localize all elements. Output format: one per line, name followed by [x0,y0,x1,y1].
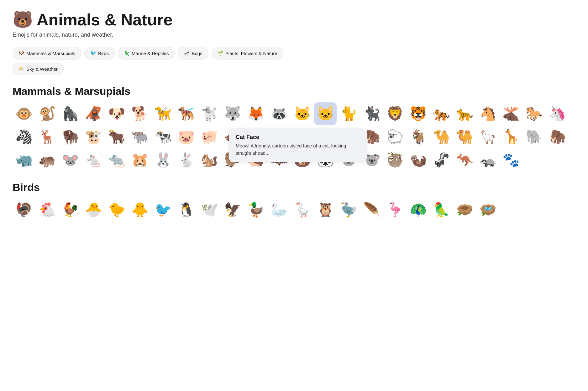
emoji-parrot[interactable]: 🦜 [430,198,453,221]
emoji-cat[interactable]: 🐈 [337,102,360,125]
emoji-monkey-face[interactable]: 🐵 [13,102,35,125]
tab-mammals[interactable]: 🐶 Mammals & Marsupials [13,47,81,59]
emoji-pig-face[interactable]: 🐷 [175,126,197,148]
emoji-cat-face[interactable]: 🐱 [291,102,313,125]
tab-marine[interactable]: 🦎 Marine & Reptiles [118,47,175,59]
emoji-paw-prints[interactable]: 🐾 [500,149,522,171]
tab-bugs[interactable]: 🦟 Bugs [178,47,208,59]
emoji-sheep[interactable]: 🐑 [384,126,406,148]
tab-marine-emoji: 🦎 [124,50,130,56]
emoji-dove[interactable]: 🕊️ [198,198,221,221]
tooltip-title: Cat Face [236,134,360,141]
tooltip-popup: Cat Face Meow! A friendly, cartoon-style… [229,128,367,162]
tab-plants[interactable]: 🌱 Plants, Flowers & Nature [212,47,283,59]
emoji-swan[interactable]: 🦢 [268,198,290,221]
emoji-baby-chick[interactable]: 🐤 [105,198,128,221]
tab-plants-label: Plants, Flowers & Nature [225,51,277,56]
emoji-nest-with-eggs[interactable]: 🪺 [476,198,499,221]
emoji-tiger[interactable]: 🐅 [430,102,453,125]
emoji-rooster[interactable]: 🐓 [59,198,81,221]
emoji-tiger-face[interactable]: 🐯 [407,102,429,125]
emoji-horse-face[interactable]: 🐴 [476,102,499,125]
emoji-mammoth2[interactable]: 🦣 [546,126,569,148]
emoji-duck[interactable]: 🦆 [244,198,267,221]
emoji-grid-birds: 🦃 🐔 🐓 🐣 🐤 🐥 🐦 🐧 🕊️ 🦅 🦆 🦢 🪿 🦉 🦤 🪶 🦩 🦚 🦜 🪹… [13,198,575,221]
emoji-elephant[interactable]: 🐘 [523,126,545,148]
emoji-cow[interactable]: 🐄 [152,126,174,148]
emoji-badger[interactable]: 🦡 [476,149,499,171]
emoji-poodle[interactable]: 🐩 [198,102,221,125]
emoji-water-buffalo[interactable]: 🐃 [129,126,151,148]
emoji-rabbit-face[interactable]: 🐰 [152,149,174,171]
emoji-hamster[interactable]: 🐹 [129,149,151,171]
tab-sky-emoji: 🌤️ [18,66,24,72]
emoji-lion[interactable]: 🦁 [384,102,406,125]
emoji-kangaroo[interactable]: 🦘 [453,149,476,171]
emoji-guide-dog[interactable]: 🦮 [152,102,174,125]
emoji-zebra[interactable]: 🦓 [13,126,35,148]
emoji-flamingo[interactable]: 🦩 [384,198,406,221]
page-subtitle: Emojis for animals, nature, and weather. [13,32,575,38]
emoji-front-facing-baby-chick[interactable]: 🐥 [129,198,151,221]
emoji-horse[interactable]: 🐎 [523,102,545,125]
emoji-pig[interactable]: 🐖 [198,126,221,148]
emoji-service-dog[interactable]: 🐕‍🦺 [175,102,197,125]
emoji-goose[interactable]: 🪿 [291,198,313,221]
page-container: 🐻 Animals & Nature Emojis for animals, n… [13,10,575,221]
emoji-leopard[interactable]: 🐆 [453,102,476,125]
tab-sky[interactable]: 🌤️ Sky & Weather [13,63,64,75]
emoji-hatching-chick[interactable]: 🐣 [82,198,105,221]
emoji-fox[interactable]: 🦊 [244,102,267,125]
emoji-bison[interactable]: 🦬 [59,126,81,148]
emoji-raccoon[interactable]: 🦝 [268,102,290,125]
emoji-chipmunk[interactable]: 🐿️ [198,149,221,171]
title-emoji: 🐻 [13,10,33,29]
emoji-bird[interactable]: 🐦 [152,198,174,221]
emoji-dromedary[interactable]: 🐪 [430,126,453,148]
emoji-camel[interactable]: 🐫 [453,126,476,148]
tab-birds-emoji: 🐦 [90,50,96,56]
emoji-giraffe[interactable]: 🦒 [500,126,522,148]
emoji-llama2[interactable]: 🦙 [476,126,499,148]
emoji-chicken[interactable]: 🐔 [36,198,58,221]
emoji-dog-face[interactable]: 🐶 [105,102,128,125]
emoji-monkey[interactable]: 🐒 [36,102,58,125]
page-header: 🐻 Animals & Nature Emojis for animals, n… [13,10,575,38]
emoji-deer[interactable]: 🦌 [36,126,58,148]
emoji-turkey[interactable]: 🦃 [13,198,35,221]
emoji-black-cat[interactable]: 🐈‍⬛ [360,102,383,125]
emoji-penguin[interactable]: 🐧 [175,198,197,221]
tab-bugs-emoji: 🦟 [184,50,190,56]
emoji-rat[interactable]: 🐀 [105,149,128,171]
emoji-mouse-face[interactable]: 🐭 [59,149,81,171]
emoji-grinning-cat[interactable]: 🐱 [314,102,337,125]
emoji-moose[interactable]: 🫎 [500,102,522,125]
emoji-peacock[interactable]: 🦚 [407,198,429,221]
emoji-otter[interactable]: 🦦 [407,149,429,171]
emoji-cow-face[interactable]: 🐮 [82,126,105,148]
emoji-wolf[interactable]: 🐺 [221,102,244,125]
emoji-feather[interactable]: 🪶 [360,198,383,221]
tab-birds[interactable]: 🐦 Birds [84,47,115,59]
emoji-rhinoceros[interactable]: 🦏 [13,149,35,171]
emoji-goat2[interactable]: 🐐 [407,126,429,148]
emoji-dodo[interactable]: 🦤 [337,198,360,221]
emoji-eagle[interactable]: 🦅 [221,198,244,221]
emoji-gorilla[interactable]: 🦍 [59,102,81,125]
emoji-owl[interactable]: 🦉 [314,198,337,221]
emoji-unicorn[interactable]: 🦄 [546,102,569,125]
emoji-nest[interactable]: 🪹 [453,198,476,221]
emoji-dog[interactable]: 🐕 [129,102,151,125]
emoji-sloth[interactable]: 🦥 [384,149,406,171]
emoji-rabbit[interactable]: 🐇 [175,149,197,171]
emoji-mouse[interactable]: 🐁 [82,149,105,171]
tabs-row-1: 🐶 Mammals & Marsupials 🐦 Birds 🦎 Marine … [13,47,575,59]
tab-bugs-label: Bugs [192,51,202,56]
tab-sky-label: Sky & Weather [26,66,58,72]
tab-birds-label: Birds [98,51,109,56]
emoji-ox[interactable]: 🐂 [105,126,128,148]
tabs-row-2: 🌤️ Sky & Weather [13,63,575,75]
emoji-orangutan[interactable]: 🦧 [82,102,105,125]
emoji-skunk[interactable]: 🦨 [430,149,453,171]
emoji-hippopotamus[interactable]: 🦛 [36,149,58,171]
